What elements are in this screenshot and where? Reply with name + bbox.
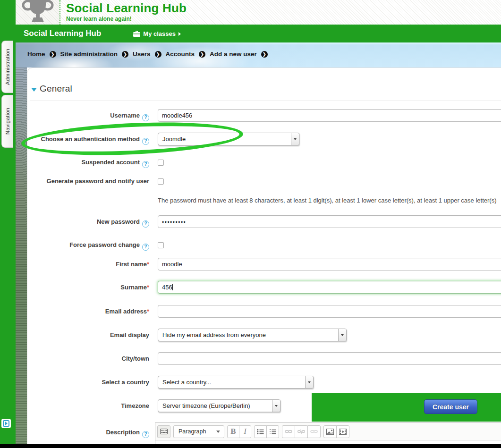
- row-username: Username? moodle456: [30, 109, 501, 122]
- help-icon[interactable]: ?: [142, 431, 149, 438]
- new-password-label: New password?: [30, 215, 149, 228]
- help-icon[interactable]: ?: [142, 220, 149, 228]
- email-display-label: Email display: [30, 329, 149, 339]
- username-label: Username?: [30, 109, 149, 121]
- breadcrumb-add-new-user[interactable]: Add a new user: [210, 51, 257, 58]
- row-force-password-change: Force password change?: [30, 240, 501, 251]
- breadcrumb-separator-icon: ❯: [155, 51, 161, 58]
- create-user-button[interactable]: Create user: [424, 399, 477, 414]
- site-title-block: Social Learning Hub Never learn alone ag…: [66, 1, 187, 22]
- navbar-site-title[interactable]: Social Learning Hub: [24, 29, 101, 38]
- breadcrumb-separator-icon: ❯: [50, 51, 56, 58]
- timezone-label: Timezone: [30, 399, 149, 410]
- main-navbar: Social Learning Hub My classes: [16, 25, 501, 42]
- insert-image-button[interactable]: [323, 425, 337, 438]
- page-header: Social Learning Hub Never learn alone ag…: [16, 0, 501, 25]
- new-password-input[interactable]: •••••••••: [158, 215, 501, 228]
- help-icon[interactable]: ?: [142, 114, 149, 121]
- my-classes-caret-icon: [178, 32, 181, 36]
- required-marker: *: [147, 284, 149, 291]
- prevent-autolink-button[interactable]: [307, 425, 321, 438]
- row-email: Email address*: [30, 305, 501, 318]
- breadcrumb: Home ❯ Site administration ❯ Users ❯ Acc…: [27, 51, 272, 58]
- general-section-header[interactable]: General: [31, 84, 72, 94]
- email-label: Email address*: [30, 305, 149, 315]
- keyboard-icon: [160, 429, 168, 434]
- italic-button[interactable]: I: [239, 425, 251, 438]
- row-email-display: Email display Hide my email address from…: [30, 329, 501, 341]
- breadcrumb-bar: Home ❯ Site administration ❯ Users ❯ Acc…: [16, 42, 501, 68]
- my-classes-label: My classes: [143, 30, 176, 37]
- breadcrumb-separator-icon: ❯: [122, 51, 128, 58]
- row-new-password: New password? •••••••••: [30, 215, 501, 228]
- numbered-list-button[interactable]: [266, 425, 279, 438]
- unlink-button[interactable]: [295, 425, 308, 438]
- breadcrumb-accounts[interactable]: Accounts: [166, 51, 195, 58]
- dropdown-caret-icon: [216, 431, 220, 433]
- media-icon: [339, 429, 347, 435]
- row-city: City/town: [30, 352, 501, 365]
- toolbar-toggle-button[interactable]: [157, 425, 170, 438]
- row-surname: Surname* 456: [30, 281, 501, 294]
- section-divider: [30, 101, 501, 101]
- email-input[interactable]: [158, 305, 501, 318]
- dropdown-arrow-icon: [305, 376, 313, 388]
- suspended-checkbox[interactable]: [158, 160, 164, 166]
- editor-toolbar: Paragraph B I: [155, 423, 501, 440]
- my-classes-menu[interactable]: My classes: [133, 30, 181, 37]
- generate-password-label: Generate password and notify user: [30, 177, 149, 185]
- surname-label: Surname*: [30, 281, 149, 291]
- numbered-list-icon: [269, 429, 276, 435]
- dropdown-arrow-icon: [272, 400, 280, 412]
- generate-password-checkbox[interactable]: [158, 178, 164, 185]
- email-display-select[interactable]: Hide my email address from everyone: [158, 329, 347, 341]
- first-name-input[interactable]: moodle: [158, 258, 501, 270]
- dropdown-arrow-icon: [338, 329, 346, 341]
- required-marker: *: [147, 308, 149, 315]
- sidebar-tab-administration-label: Administration: [5, 49, 10, 85]
- link-button[interactable]: [282, 425, 295, 438]
- trophy-icon: [22, 0, 54, 24]
- action-panel-overlay: Create user: [312, 393, 501, 422]
- site-title: Social Learning Hub: [66, 1, 187, 15]
- collapse-triangle-icon: [31, 88, 37, 92]
- row-password-policy: The password must have at least 8 charac…: [30, 196, 501, 204]
- site-tagline: Never learn alone again!: [66, 16, 187, 22]
- breadcrumb-separator-icon: ❯: [199, 51, 205, 58]
- password-policy-text: The password must have at least 8 charac…: [158, 196, 501, 204]
- bold-button[interactable]: B: [227, 425, 239, 438]
- bullet-list-button[interactable]: [254, 425, 267, 438]
- breadcrumb-users[interactable]: Users: [133, 51, 151, 58]
- window-edge-bar: [0, 444, 501, 448]
- undock-blocks-button[interactable]: [1, 419, 11, 428]
- surname-input[interactable]: 456: [158, 281, 501, 294]
- city-input[interactable]: [158, 352, 501, 365]
- username-input[interactable]: moodle456: [158, 109, 501, 122]
- help-icon[interactable]: ?: [142, 138, 149, 145]
- insert-media-button[interactable]: [336, 425, 349, 438]
- suspended-label: Suspended account?: [30, 158, 149, 168]
- help-icon[interactable]: ?: [142, 161, 149, 168]
- dropdown-arrow-icon: [291, 133, 299, 145]
- auth-method-label: Choose an authentication method?: [30, 133, 149, 145]
- link-icon: [285, 429, 292, 434]
- row-auth-method: Choose an authentication method? Joomdle: [30, 133, 501, 145]
- help-icon[interactable]: ?: [142, 244, 149, 251]
- background-image-strip: [16, 68, 27, 448]
- sidebar-tab-navigation[interactable]: Navigation: [1, 95, 13, 148]
- auth-method-select[interactable]: Joomdle: [158, 133, 299, 145]
- first-name-label: First name*: [30, 258, 149, 268]
- force-password-change-label: Force password change?: [30, 240, 149, 251]
- add-new-user-form-card: General Username? moodle456 Choose an au…: [27, 68, 501, 448]
- timezone-select[interactable]: Server timezone (Europe/Berlin): [158, 399, 280, 412]
- breadcrumb-site-administration[interactable]: Site administration: [60, 51, 118, 58]
- force-password-change-checkbox[interactable]: [158, 242, 164, 248]
- row-first-name: First name* moodle: [30, 258, 501, 270]
- country-select[interactable]: Select a country...: [158, 376, 314, 389]
- sidebar-tab-administration[interactable]: Administration: [1, 41, 13, 93]
- paragraph-style-dropdown[interactable]: Paragraph: [173, 425, 224, 438]
- breadcrumb-home[interactable]: Home: [27, 51, 45, 58]
- country-label: Select a country: [30, 376, 149, 386]
- site-logo[interactable]: [16, 0, 60, 25]
- description-label: Description?: [30, 426, 149, 438]
